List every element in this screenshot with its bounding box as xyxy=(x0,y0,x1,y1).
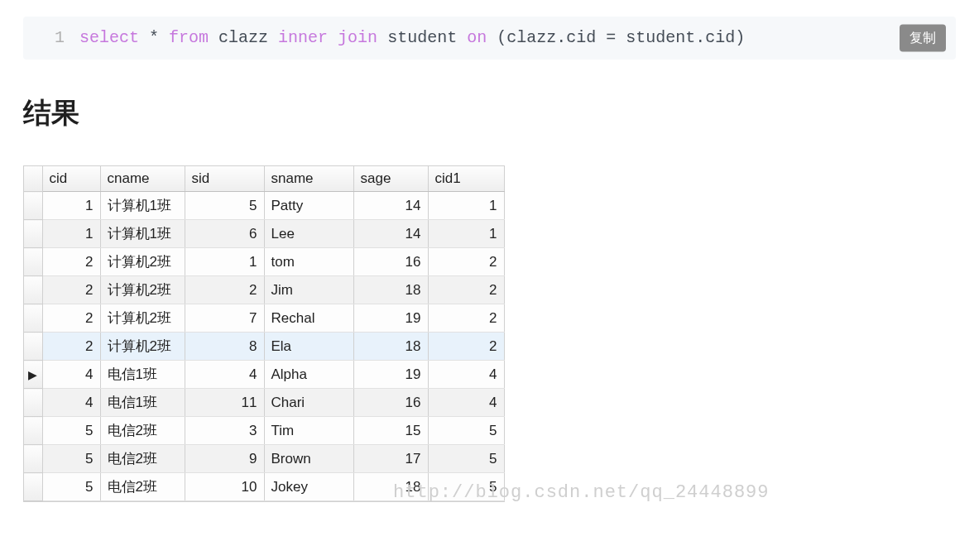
cell-sname[interactable]: Tim xyxy=(264,417,353,445)
col-sname[interactable]: sname xyxy=(264,166,353,192)
cell-cid[interactable]: 2 xyxy=(42,248,100,276)
row-header[interactable] xyxy=(24,333,42,361)
table-row[interactable]: 2计算机2班8Ela182 xyxy=(24,333,504,361)
row-header[interactable] xyxy=(24,220,42,248)
table-row[interactable]: 1计算机1班6Lee141 xyxy=(24,220,504,248)
row-header[interactable] xyxy=(24,276,42,304)
cell-cid[interactable]: 2 xyxy=(42,304,100,333)
cell-sid[interactable]: 9 xyxy=(185,445,264,473)
cell-cname[interactable]: 计算机2班 xyxy=(100,276,185,304)
cell-cname[interactable]: 计算机2班 xyxy=(100,248,185,276)
cell-sage[interactable]: 18 xyxy=(353,473,428,501)
cell-sage[interactable]: 14 xyxy=(353,192,428,220)
cell-cid1[interactable]: 2 xyxy=(428,304,504,333)
cell-sname[interactable]: tom xyxy=(264,248,353,276)
cell-cid1[interactable]: 2 xyxy=(428,276,504,304)
table-row[interactable]: 2计算机2班1tom162 xyxy=(24,248,504,276)
cell-cname[interactable]: 电信2班 xyxy=(100,417,185,445)
copy-button[interactable]: 复制 xyxy=(900,25,946,52)
cell-sage[interactable]: 18 xyxy=(353,333,428,361)
cell-sid[interactable]: 5 xyxy=(185,192,264,220)
cell-sid[interactable]: 10 xyxy=(185,473,264,501)
cell-sage[interactable]: 19 xyxy=(353,361,428,389)
cell-cid1[interactable]: 2 xyxy=(428,333,504,361)
cell-cname[interactable]: 计算机2班 xyxy=(100,304,185,333)
cell-cid1[interactable]: 1 xyxy=(428,192,504,220)
cell-sage[interactable]: 14 xyxy=(353,220,428,248)
cell-sid[interactable]: 4 xyxy=(185,361,264,389)
cell-cid[interactable]: 2 xyxy=(42,276,100,304)
cell-sage[interactable]: 19 xyxy=(353,304,428,333)
cell-sname[interactable]: Jim xyxy=(264,276,353,304)
cell-cname[interactable]: 电信1班 xyxy=(100,389,185,417)
cell-sname[interactable]: Jokey xyxy=(264,473,353,501)
cell-sname[interactable]: Alpha xyxy=(264,361,353,389)
table-row[interactable]: 2计算机2班7Rechal192 xyxy=(24,304,504,333)
cell-cname[interactable]: 电信1班 xyxy=(100,361,185,389)
cell-cid1[interactable]: 5 xyxy=(428,445,504,473)
cell-sid[interactable]: 3 xyxy=(185,417,264,445)
row-header[interactable]: ▶ xyxy=(24,361,42,389)
table-row[interactable]: 5电信2班10Jokey185 xyxy=(24,473,504,501)
row-header[interactable] xyxy=(24,304,42,333)
table-row[interactable]: 2计算机2班2Jim182 xyxy=(24,276,504,304)
cell-sname[interactable]: Chari xyxy=(264,389,353,417)
cell-cid[interactable]: 5 xyxy=(42,473,100,501)
table-row[interactable]: ▶4电信1班4Alpha194 xyxy=(24,361,504,389)
cell-cid[interactable]: 5 xyxy=(42,417,100,445)
table-row[interactable]: 1计算机1班5Patty141 xyxy=(24,192,504,220)
col-cid1[interactable]: cid1 xyxy=(428,166,504,192)
table-row[interactable]: 5电信2班3Tim155 xyxy=(24,417,504,445)
cell-cid[interactable]: 4 xyxy=(42,361,100,389)
row-header[interactable] xyxy=(24,389,42,417)
cell-cid1[interactable]: 5 xyxy=(428,417,504,445)
cell-cid[interactable]: 5 xyxy=(42,445,100,473)
cell-cname[interactable]: 计算机2班 xyxy=(100,333,185,361)
row-header[interactable] xyxy=(24,417,42,445)
col-cid[interactable]: cid xyxy=(42,166,100,192)
cell-sage[interactable]: 17 xyxy=(353,445,428,473)
sql-code-block: 1 select * from clazz inner join student… xyxy=(23,17,956,60)
corner-cell xyxy=(24,166,42,192)
cell-sname[interactable]: Rechal xyxy=(264,304,353,333)
cell-cid1[interactable]: 1 xyxy=(428,220,504,248)
cell-cname[interactable]: 电信2班 xyxy=(100,445,185,473)
cell-cid[interactable]: 1 xyxy=(42,220,100,248)
table-row[interactable]: 4电信1班11Chari164 xyxy=(24,389,504,417)
sql-code[interactable]: select * from clazz inner join student o… xyxy=(79,25,745,51)
row-header[interactable] xyxy=(24,445,42,473)
cell-sage[interactable]: 15 xyxy=(353,417,428,445)
cell-sname[interactable]: Brown xyxy=(264,445,353,473)
cell-cid1[interactable]: 4 xyxy=(428,361,504,389)
cell-sage[interactable]: 18 xyxy=(353,276,428,304)
cell-cid1[interactable]: 4 xyxy=(428,389,504,417)
cell-cname[interactable]: 电信2班 xyxy=(100,473,185,501)
cell-cid1[interactable]: 2 xyxy=(428,248,504,276)
table-row[interactable]: 5电信2班9Brown175 xyxy=(24,445,504,473)
cell-sid[interactable]: 6 xyxy=(185,220,264,248)
result-grid: cid cname sid sname sage cid1 1计算机1班5Pat… xyxy=(23,165,505,502)
col-sage[interactable]: sage xyxy=(353,166,428,192)
col-sid[interactable]: sid xyxy=(185,166,264,192)
cell-sid[interactable]: 11 xyxy=(185,389,264,417)
cell-sage[interactable]: 16 xyxy=(353,389,428,417)
cell-sid[interactable]: 8 xyxy=(185,333,264,361)
cell-sname[interactable]: Patty xyxy=(264,192,353,220)
cell-cid[interactable]: 1 xyxy=(42,192,100,220)
cell-cname[interactable]: 计算机1班 xyxy=(100,220,185,248)
cell-sid[interactable]: 1 xyxy=(185,248,264,276)
cell-cid1[interactable]: 5 xyxy=(428,473,504,501)
row-header[interactable] xyxy=(24,473,42,501)
cell-sid[interactable]: 7 xyxy=(185,304,264,333)
cell-sid[interactable]: 2 xyxy=(185,276,264,304)
cell-cid[interactable]: 2 xyxy=(42,333,100,361)
cell-sname[interactable]: Ela xyxy=(264,333,353,361)
cell-cname[interactable]: 计算机1班 xyxy=(100,192,185,220)
result-table: cid cname sid sname sage cid1 1计算机1班5Pat… xyxy=(24,166,505,501)
cell-sname[interactable]: Lee xyxy=(264,220,353,248)
col-cname[interactable]: cname xyxy=(100,166,185,192)
row-header[interactable] xyxy=(24,192,42,220)
cell-sage[interactable]: 16 xyxy=(353,248,428,276)
cell-cid[interactable]: 4 xyxy=(42,389,100,417)
row-header[interactable] xyxy=(24,248,42,276)
